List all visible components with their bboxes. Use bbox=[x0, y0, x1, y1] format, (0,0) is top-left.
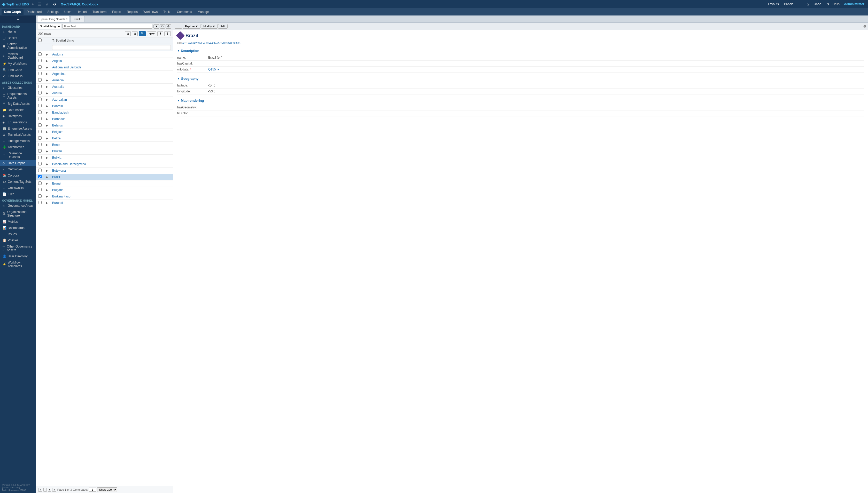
sidebar-item-org-structure[interactable]: 🏛Organizational Structure bbox=[0, 209, 36, 219]
row-name-link[interactable]: Burkina Faso bbox=[52, 195, 70, 198]
row-checkbox[interactable] bbox=[38, 104, 42, 107]
table-row[interactable]: ▶ Andorra bbox=[36, 51, 173, 58]
sidebar-item-requirements[interactable]: 🗒Requirements Assets bbox=[0, 91, 36, 101]
row-checkbox[interactable] bbox=[38, 85, 42, 88]
row-name-link[interactable]: Antigua and Barbuda bbox=[52, 66, 81, 69]
section-geography[interactable]: Geography bbox=[177, 77, 864, 81]
row-expand-icon[interactable]: ▶ bbox=[46, 201, 48, 205]
row-expand-icon[interactable]: ▶ bbox=[46, 53, 48, 56]
tab-workflows[interactable]: Workflows bbox=[141, 9, 160, 15]
row-expand-icon[interactable]: ▶ bbox=[46, 143, 48, 147]
sidebar-item-workflow-templates[interactable]: ⚡Workflow Templates bbox=[0, 259, 36, 269]
row-checkbox[interactable] bbox=[38, 59, 42, 62]
row-expand-icon[interactable]: ▶ bbox=[46, 72, 48, 76]
table-row[interactable]: ▶ Armenia bbox=[36, 77, 173, 84]
row-checkbox[interactable] bbox=[38, 143, 42, 146]
first-page-btn[interactable]: « bbox=[38, 488, 42, 492]
copy-icon-btn[interactable]: ⧉ bbox=[160, 24, 165, 29]
user-button[interactable]: Administrator bbox=[843, 2, 866, 6]
row-checkbox[interactable] bbox=[38, 110, 42, 114]
row-name-link[interactable]: Armenia bbox=[52, 79, 64, 82]
col-search-input[interactable] bbox=[52, 45, 171, 50]
row-name-link[interactable]: Andorra bbox=[52, 53, 63, 56]
row-checkbox[interactable] bbox=[38, 72, 42, 75]
grid-view-btn[interactable]: ⊞ bbox=[132, 31, 138, 36]
row-expand-icon[interactable]: ▶ bbox=[46, 182, 48, 185]
row-checkbox[interactable] bbox=[38, 98, 42, 101]
row-expand-icon[interactable]: ▶ bbox=[46, 117, 48, 121]
tab-reports[interactable]: Reports bbox=[124, 9, 140, 15]
tab-data-graph[interactable]: Data Graph bbox=[2, 9, 23, 15]
sidebar-item-other-governance[interactable]: ---Other Governance Assets bbox=[0, 243, 36, 253]
row-checkbox[interactable] bbox=[38, 194, 42, 198]
search-settings-btn[interactable]: ⚙ bbox=[166, 24, 171, 29]
star-button[interactable]: ☆ bbox=[44, 2, 50, 7]
modify-btn[interactable]: Modify ▼ bbox=[201, 24, 218, 29]
row-checkbox[interactable] bbox=[38, 181, 42, 185]
tab-tasks[interactable]: Tasks bbox=[161, 9, 174, 15]
layouts-button[interactable]: Layouts bbox=[766, 2, 781, 6]
row-expand-icon[interactable]: ▶ bbox=[46, 111, 48, 114]
menu-button[interactable]: ☰ bbox=[37, 2, 43, 7]
row-checkbox[interactable] bbox=[38, 65, 42, 69]
row-name-link[interactable]: Argentina bbox=[52, 72, 65, 76]
table-row[interactable]: ▶ Angola bbox=[36, 58, 173, 64]
table-row[interactable]: ▶ Belgium bbox=[36, 129, 173, 135]
tab-users[interactable]: Users bbox=[62, 9, 75, 15]
tab-dashboard[interactable]: Dashboard bbox=[24, 9, 44, 15]
tab-export[interactable]: Export bbox=[109, 9, 124, 15]
row-checkbox[interactable] bbox=[38, 136, 42, 140]
section-description[interactable]: Description bbox=[177, 49, 864, 53]
row-expand-icon[interactable]: ▶ bbox=[46, 130, 48, 134]
sidebar-item-data-graphs[interactable]: ◇Data Graphs bbox=[0, 160, 36, 166]
section-map-rendering[interactable]: Map rendering bbox=[177, 99, 864, 103]
row-checkbox[interactable] bbox=[38, 162, 42, 166]
panel-tab-brazil[interactable]: Brazil × bbox=[70, 16, 84, 22]
sidebar-item-user-directory[interactable]: 👤User Directory bbox=[0, 253, 36, 259]
row-name-link[interactable]: Belarus bbox=[52, 124, 63, 127]
more-options-btn[interactable]: ⋮ bbox=[174, 24, 182, 29]
sidebar-item-dashboards[interactable]: 📊Dashboards bbox=[0, 225, 36, 231]
row-checkbox[interactable] bbox=[38, 130, 42, 133]
table-row[interactable]: ▶ Australia bbox=[36, 84, 173, 90]
row-expand-icon[interactable]: ▶ bbox=[46, 136, 48, 140]
last-page-btn[interactable]: » bbox=[52, 488, 56, 492]
row-name-link[interactable]: Bosnia and Herzegovina bbox=[52, 162, 86, 166]
row-name-link[interactable]: Botswana bbox=[52, 169, 66, 172]
add-button[interactable]: + bbox=[30, 2, 35, 7]
sidebar-item-lineage[interactable]: ↔Lineage Models bbox=[0, 138, 36, 144]
table-row[interactable]: ▶ Burundi bbox=[36, 200, 173, 206]
table-row[interactable]: ▶ Bhutan bbox=[36, 148, 173, 155]
row-checkbox[interactable] bbox=[38, 117, 42, 120]
wikidata-dropdown[interactable]: ▼ bbox=[217, 68, 220, 71]
table-row[interactable]: ▶ Argentina bbox=[36, 71, 173, 77]
select-all-checkbox[interactable] bbox=[38, 39, 42, 42]
settings-button[interactable]: ⚙ bbox=[51, 2, 58, 7]
table-row[interactable]: ▶ Austria bbox=[36, 90, 173, 97]
table-row[interactable]: ▶ Botswana bbox=[36, 168, 173, 174]
sidebar-item-ontologies[interactable]: ×Ontologies bbox=[0, 166, 36, 172]
row-expand-icon[interactable]: ▶ bbox=[46, 91, 48, 95]
row-name-link[interactable]: Bahrain bbox=[52, 104, 63, 108]
row-expand-icon[interactable]: ▶ bbox=[46, 156, 48, 159]
table-row[interactable]: ▶ Bolivia bbox=[36, 155, 173, 161]
sidebar-item-reference[interactable]: 🗒Reference Datasets bbox=[0, 150, 36, 160]
row-expand-icon[interactable]: ▶ bbox=[46, 195, 48, 198]
sidebar-item-policies[interactable]: 📋Policies bbox=[0, 237, 36, 243]
row-name-link[interactable]: Bulgaria bbox=[52, 188, 64, 192]
sidebar-item-find-tasks[interactable]: ✓Find Tasks bbox=[0, 73, 36, 79]
filter-icon-btn[interactable]: ▼ bbox=[153, 24, 159, 29]
row-expand-icon[interactable]: ▶ bbox=[46, 149, 48, 153]
panel-tab-search-close[interactable]: × bbox=[66, 18, 67, 20]
row-name-link[interactable]: Benin bbox=[52, 143, 60, 147]
sidebar-item-my-workflows[interactable]: ⚡My Workflows bbox=[0, 61, 36, 67]
edit-btn[interactable]: Edit bbox=[218, 24, 228, 29]
table-row[interactable]: ▶ Bahrain bbox=[36, 103, 173, 109]
sidebar-item-corpora[interactable]: 📚Corpora bbox=[0, 172, 36, 179]
sidebar-item-governance-areas[interactable]: ◎Governance Areas bbox=[0, 202, 36, 209]
table-row[interactable]: ▶ Brunei bbox=[36, 180, 173, 187]
table-row[interactable]: ▶ Bulgaria bbox=[36, 187, 173, 193]
tab-manage[interactable]: Manage bbox=[195, 9, 211, 15]
row-expand-icon[interactable]: ▶ bbox=[46, 124, 48, 127]
undo-button[interactable]: Undo bbox=[812, 2, 823, 6]
